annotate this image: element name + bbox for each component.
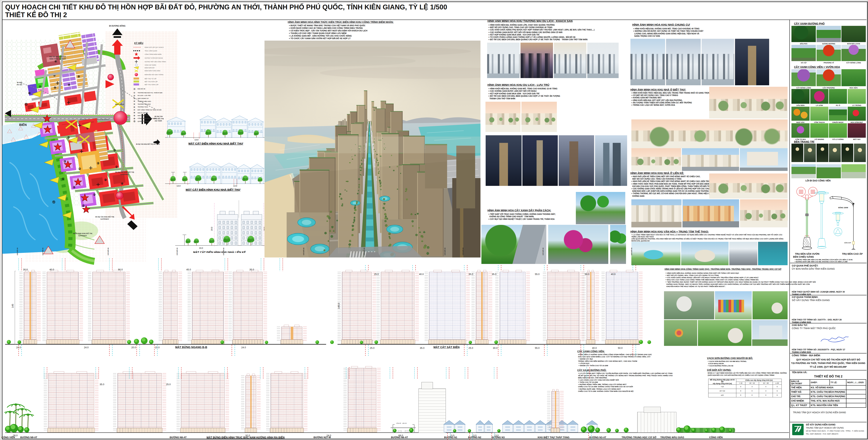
svg-text:13.0: 13.0	[233, 185, 237, 187]
svg-text:⑦: ⑦	[39, 85, 41, 88]
svg-text:19.0: 19.0	[211, 227, 213, 231]
svg-text:MẰT CẮT ĐIỂN HÌNH KHU NHÀ LIÊN: MẰT CẮT ĐIỂN HÌNH KHU NHÀ LIÊN KẾ	[193, 251, 246, 253]
svg-text:RANH GIỚI LẬP QUY HOẠCH: RANH GIỚI LẬP QUY HOẠCH	[145, 47, 164, 48]
svg-text:TRƯỜNG MẫU GIÁO: TRƯỜNG MẫU GIÁO	[137, 100, 151, 102]
svg-text:⑪: ⑪	[133, 120, 135, 122]
svg-text:⑩: ⑩	[133, 118, 135, 120]
svg-text:BÓNG 150W: BÓNG 150W	[838, 207, 848, 209]
svg-text:⑪: ⑪	[52, 200, 55, 204]
svg-text:TRƯỜNG THCS: TRƯỜNG THCS	[137, 106, 148, 108]
svg-text:④: ④	[54, 60, 57, 63]
svg-text:Ⓢ: Ⓢ	[133, 88, 135, 90]
svg-text:TRƯỜNG TIỂU HỌC: TRƯỜNG TIỂU HỌC	[137, 104, 151, 105]
svg-text:MẰT CẮT ĐIỂN HÌNH KHU NHÀ BIỆT: MẰT CẮT ĐIỂN HÌNH KHU NHÀ BIỆT THỰ	[186, 188, 241, 191]
svg-text:②: ②	[115, 165, 118, 169]
svg-text:ĐIỂM NHÌN MỞ: ĐIỂM NHÌN MỞ	[145, 67, 155, 69]
svg-text:CỬA COT: CỬA COT	[844, 242, 851, 244]
svg-text:MỤC ĐÍCH: MỤC ĐÍCH	[115, 103, 124, 105]
svg-text:GATEWAY: GATEWAY	[79, 235, 87, 237]
svg-text:②: ②	[73, 186, 75, 189]
svg-text:ĐI DỰ ÁN: ĐI DỰ ÁN	[155, 115, 162, 117]
svg-text:BIỆT THỰ SONG LẬP: BIỆT THỰ SONG LẬP	[145, 84, 158, 85]
svg-text:②: ②	[64, 160, 66, 163]
svg-text:VÙNG HẠT NHÂN: VÙNG HẠT NHÂN	[145, 64, 156, 66]
svg-text:⑤: ⑤	[133, 103, 135, 105]
svg-text:ĐI DƯƠNG ĐÔNG: ĐI DƯƠNG ĐÔNG	[109, 25, 126, 27]
svg-text:BIỂN: BIỂN	[19, 123, 27, 127]
svg-text:GATEWAY: GATEWAY	[120, 173, 129, 175]
svg-text:①: ①	[133, 92, 135, 94]
svg-text:ĐIỂM NHÌN TOÀN CẢNH: ĐIỂM NHÌN TOÀN CẢNH	[145, 70, 160, 71]
svg-text:⑧: ⑧	[133, 112, 135, 114]
svg-text:TRỤC CẢNH QUAN: TRỤC CẢNH QUAN	[145, 50, 157, 52]
svg-text:ĐIỂM ĐẦU NỐI GIAO THÔNG: ĐIỂM ĐẦU NỐI GIAO THÔNG	[145, 74, 163, 76]
svg-text:QUẢNG TRƯỜNG: QUẢNG TRƯỜNG	[137, 120, 149, 122]
svg-text:DU LỊCH - LƯU TRÚ: DU LỊCH - LƯU TRÚ	[137, 95, 151, 96]
svg-text:②: ②	[67, 136, 70, 139]
svg-text:①: ①	[62, 177, 64, 180]
svg-text:③: ③	[133, 97, 135, 99]
svg-text:KÝ HIỆU: KÝ HIỆU	[134, 42, 143, 45]
svg-text:⑦: ⑦	[133, 109, 135, 111]
svg-text:②: ②	[82, 204, 85, 207]
svg-text:③: ③	[104, 178, 107, 181]
svg-text:ĐI DỰ ÁN KHU ĐÔ THỊ: ĐI DỰ ÁN KHU ĐÔ THỊ	[115, 171, 134, 173]
svg-text:DỰ ÁN KHU ĐÔ THỊ: DỰ ÁN KHU ĐÔ THỊ	[49, 56, 66, 58]
svg-text:BIỆT THỰ TỨ LẬP: BIỆT THỰ TỨ LẬP	[145, 78, 156, 80]
svg-text:NHÀ Ở LIÊN KẾ: NHÀ Ở LIÊN KẾ	[137, 112, 148, 114]
svg-text:⑥: ⑥	[133, 106, 135, 108]
svg-text:ĐI DỰ ÁN KHU ĐÔ THỊ: ĐI DỰ ÁN KHU ĐÔ THỊ	[95, 216, 114, 218]
svg-text:⑪: ⑪	[25, 102, 28, 106]
svg-text:⑤: ⑤	[114, 149, 116, 152]
svg-text:②: ②	[93, 193, 96, 196]
svg-text:⑩: ⑩	[28, 92, 30, 95]
svg-text:AN THỚI: AN THỚI	[155, 120, 162, 122]
svg-text:⑨: ⑨	[68, 83, 70, 86]
svg-text:13.0: 13.0	[194, 139, 198, 141]
svg-text:RA ĐA: RA ĐA	[17, 84, 22, 86]
svg-text:ĐẤT CÔNG TRÌNH HẠ TẦNG XÃ HỘI: ĐẤT CÔNG TRÌNH HẠ TẦNG XÃ HỘI	[137, 109, 161, 111]
svg-text:⑨: ⑨	[54, 86, 56, 89]
svg-text:②: ②	[79, 167, 81, 170]
svg-text:SINH THÁI AN THỚI: SINH THÁI AN THỚI	[49, 58, 66, 60]
svg-text:NHÀ CHUNG CƯ: NHÀ CHUNG CƯ	[137, 98, 149, 99]
svg-text:24.0: 24.0	[199, 247, 203, 249]
svg-text:HƯỚNG TIẾP CẬN CÔNG TRÌNH: HƯỚNG TIẾP CẬN CÔNG TRÌNH	[145, 61, 166, 63]
svg-text:②: ②	[133, 95, 135, 97]
svg-text:VỎA HÈ: VỎA HÈ	[396, 422, 401, 424]
svg-text:⑨: ⑨	[133, 115, 135, 117]
svg-text:②: ②	[97, 162, 99, 165]
svg-text:ĐIỀU ÁNH KHU ĐÔ THỊ: ĐIỀU ÁNH KHU ĐÔ THỊ	[73, 232, 92, 234]
svg-text:ĐẬU ĐỖ XE: ĐẬU ĐỖ XE	[137, 88, 145, 90]
svg-text:GATEWAY: GATEWAY	[100, 218, 109, 220]
svg-text:④: ④	[133, 100, 135, 102]
svg-text:ĐI DỰ ÁN KHU ĐÔ THỊ AN THỚI: ĐI DỰ ÁN KHU ĐÔ THỊ AN THỚI	[136, 143, 160, 145]
svg-text:⑨: ⑨	[78, 75, 80, 78]
svg-text:CÔNG TRÌNH ĐIỂM NHẤN: CÔNG TRÌNH ĐIỂM NHẤN	[145, 53, 162, 55]
svg-text:13.0: 13.0	[177, 185, 180, 187]
svg-text:LÀN XE: LÀN XE	[402, 422, 407, 424]
svg-text:THƯƠNG MẠI DỊCH VỤ - KHÁCH SẠN: THƯƠNG MẠI DỊCH VỤ - KHÁCH SẠN	[137, 92, 162, 94]
svg-text:HƯỚNG TUYẾN ĐỐI NGOẠI: HƯỚNG TUYẾN ĐỐI NGOẠI	[145, 57, 163, 59]
svg-text:NHÀ Ở BIỆT THỰ: NHÀ Ở BIỆT THỰ	[137, 115, 149, 116]
svg-text:MẰT CẮT ĐIỂN HÌNH KHU NHÀ BIỆT: MẰT CẮT ĐIỂN HÌNH KHU NHÀ BIỆT THỰ	[188, 142, 243, 145]
svg-text:CÔNG TRÌNH ĐẦU MỐI HTKT: CÔNG TRÌNH ĐẦU MỐI HTKT	[137, 117, 157, 119]
svg-text:BIỆT THỰ ĐƠN LẬP: BIỆT THỰ ĐƠN LẬP	[145, 81, 158, 83]
